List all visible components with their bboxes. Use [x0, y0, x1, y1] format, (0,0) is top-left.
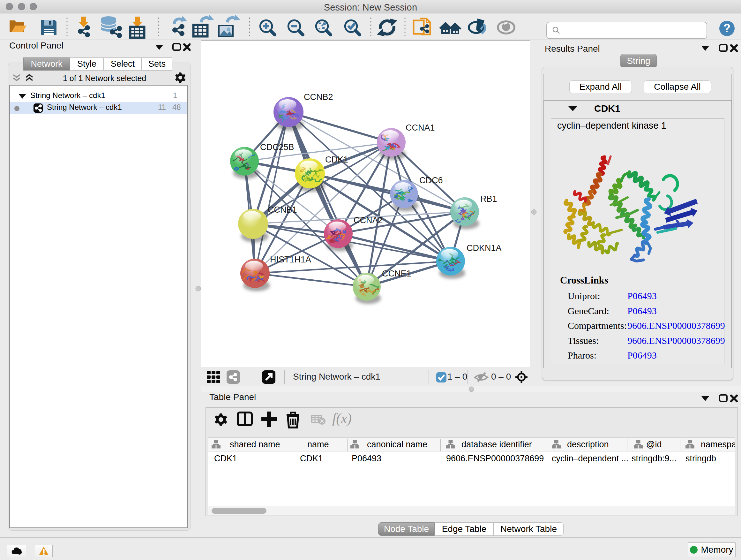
svg-text:CDKN1A: CDKN1A: [467, 243, 502, 253]
svg-text:CCNA1: CCNA1: [406, 123, 435, 132]
svg-text:CDK1: CDK1: [325, 155, 348, 165]
svg-text:CDC6: CDC6: [419, 176, 443, 185]
svg-text:f(x): f(x): [332, 411, 352, 426]
svg-text:CCNB2: CCNB2: [304, 92, 333, 102]
svg-text:CDC25B: CDC25B: [260, 142, 294, 152]
svg-text:CCNE1: CCNE1: [382, 269, 411, 278]
svg-text:CCNA2: CCNA2: [354, 215, 383, 225]
svg-text:RB1: RB1: [480, 194, 497, 204]
svg-text:?: ?: [724, 22, 731, 35]
svg-text:CCNB1: CCNB1: [268, 205, 297, 214]
svg-text:HIST1H1A: HIST1H1A: [270, 255, 311, 264]
